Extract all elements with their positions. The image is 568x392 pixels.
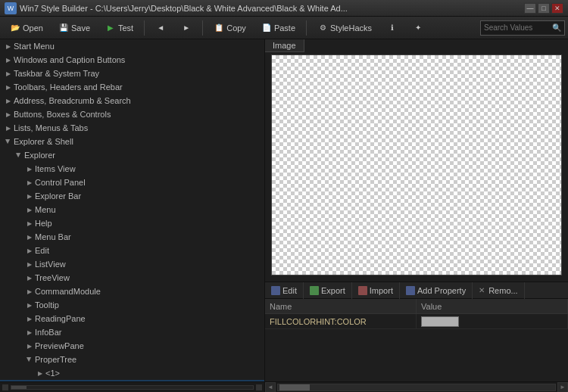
tree-arrow: ▶ bbox=[24, 232, 35, 242]
redo-icon: ► bbox=[181, 23, 192, 33]
bottom-area: Edit Export Import Add Property ✕ Remo..… bbox=[265, 282, 568, 392]
bottom-scrollbar[interactable]: ◄ ► bbox=[265, 381, 568, 392]
tree-arrow: ▶ bbox=[24, 313, 35, 324]
tree-label: Explorer Bar bbox=[35, 191, 81, 201]
tree-item[interactable]: ▶Taskbar & System Tray bbox=[0, 67, 264, 80]
tab-add-property[interactable]: Add Property bbox=[400, 282, 473, 299]
close-button[interactable]: ✕ bbox=[551, 3, 563, 14]
tree-label: Control Panel bbox=[35, 178, 86, 187]
right-panel: Image Edit Export Import bbox=[265, 39, 568, 392]
stylehacks-button[interactable]: ⚙ StyleHacks bbox=[311, 20, 379, 36]
header-value: Value bbox=[417, 299, 568, 313]
tree-label: TreeView bbox=[35, 273, 70, 282]
tree-arrow: ▶ bbox=[24, 245, 35, 256]
copy-button[interactable]: 📋 Copy bbox=[207, 20, 253, 36]
tree-label: Taskbar & System Tray bbox=[14, 69, 99, 78]
separator-2 bbox=[202, 20, 203, 36]
prop-value-1 bbox=[417, 314, 568, 328]
color-swatch-1[interactable] bbox=[421, 316, 459, 327]
tree-item[interactable]: ▶CommandModule bbox=[0, 285, 264, 298]
title-bar-text: Win7 Style Builder - C:\Users\Jerry\Desk… bbox=[20, 4, 524, 13]
tree-label: Lists, Menus & Tabs bbox=[14, 123, 88, 132]
paste-button[interactable]: 📄 Paste bbox=[254, 20, 302, 36]
h-scrollbar-thumb[interactable] bbox=[279, 384, 310, 390]
tree-arrow: ▶ bbox=[3, 136, 14, 147]
tree-arrow: ▶ bbox=[3, 68, 14, 79]
tree-arrow: ▶ bbox=[3, 109, 14, 120]
tree-label: Edit bbox=[35, 246, 49, 255]
tree-arrow: ▶ bbox=[24, 259, 35, 269]
remove-tab-icon: ✕ bbox=[479, 286, 485, 294]
tree-label: PreviewPane bbox=[35, 341, 84, 350]
tree-item[interactable]: ▶TreeView bbox=[0, 271, 264, 285]
search-input[interactable] bbox=[484, 23, 552, 32]
info-button[interactable]: ℹ bbox=[380, 20, 404, 36]
tree-item[interactable]: ▶Tooltip bbox=[0, 298, 264, 312]
tree-item[interactable]: ▶Buttons, Boxes & Controls bbox=[0, 107, 264, 121]
separator-3 bbox=[306, 20, 307, 36]
tree-label: ListView bbox=[35, 260, 66, 269]
maximize-button[interactable]: □ bbox=[538, 3, 550, 14]
tree-label: <1> bbox=[45, 369, 60, 378]
tree-item[interactable]: ▶Toolbars, Headers and Rebar bbox=[0, 80, 264, 94]
search-button[interactable]: 🔍 bbox=[552, 23, 561, 32]
test-button[interactable]: ▶ Test bbox=[98, 20, 140, 36]
tree-arrow: ▶ bbox=[3, 54, 14, 65]
tab-edit[interactable]: Edit bbox=[265, 282, 304, 299]
tree-arrow: ▶ bbox=[24, 327, 35, 338]
tree-label: Menu Bar bbox=[35, 232, 71, 241]
tree-item[interactable]: ▶ListView bbox=[0, 257, 264, 271]
save-button[interactable]: 💾 Save bbox=[51, 20, 97, 36]
tree-item[interactable]: ▶ProperTree bbox=[0, 353, 264, 366]
image-tab[interactable]: Image bbox=[265, 39, 304, 52]
tree-item[interactable]: ▶<1> bbox=[0, 366, 264, 380]
h-scrollbar-track[interactable] bbox=[277, 384, 556, 391]
tree-arrow: ▶ bbox=[24, 218, 35, 229]
scroll-right-button[interactable]: ► bbox=[557, 382, 568, 393]
tree-item[interactable]: ▶Explorer Bar bbox=[0, 189, 264, 203]
tree-label: Menu bbox=[35, 205, 56, 214]
tree-item[interactable]: ▶Edit bbox=[0, 244, 264, 257]
app-icon: W bbox=[5, 2, 17, 14]
tree-arrow: ▶ bbox=[24, 272, 35, 283]
tab-import[interactable]: Import bbox=[352, 282, 400, 299]
tree-item[interactable]: ▶Windows and Caption Buttons bbox=[0, 53, 264, 67]
save-icon: 💾 bbox=[58, 23, 69, 33]
minimize-button[interactable]: — bbox=[524, 3, 536, 14]
bottom-tabs: Edit Export Import Add Property ✕ Remo..… bbox=[265, 282, 568, 299]
tree-item[interactable]: ▶Menu Bar bbox=[0, 230, 264, 244]
tree-item[interactable]: ▶Items View bbox=[0, 162, 264, 176]
tree-item[interactable]: ▶InfoBar bbox=[0, 325, 264, 339]
undo-button[interactable]: ◄ bbox=[148, 20, 173, 36]
separator-1 bbox=[144, 20, 145, 36]
open-button[interactable]: 📂 Open bbox=[3, 20, 50, 36]
tree-label: Windows and Caption Buttons bbox=[14, 55, 125, 64]
tree-item[interactable]: ▶Control Panel bbox=[0, 176, 264, 189]
tree-item[interactable]: ▶Help bbox=[0, 216, 264, 230]
image-canvas bbox=[271, 54, 562, 275]
props-row-1[interactable]: FILLCOLORHINT:COLOR bbox=[265, 314, 568, 329]
tree-arrow: ▶ bbox=[3, 95, 14, 106]
tree-container: ▶Start Menu▶Windows and Caption Buttons▶… bbox=[0, 39, 264, 392]
tree-label: Explorer bbox=[24, 151, 55, 160]
tree-item[interactable]: ▶Menu bbox=[0, 203, 264, 216]
tree-item[interactable]: ▶Explorer & Shell bbox=[0, 135, 264, 148]
tab-export[interactable]: Export bbox=[304, 282, 352, 299]
test-icon: ▶ bbox=[105, 23, 116, 33]
tree-label: Items View bbox=[35, 164, 76, 173]
extra-button[interactable]: ✦ bbox=[406, 20, 430, 36]
scroll-left-button[interactable]: ◄ bbox=[265, 382, 276, 393]
tree-item[interactable]: ▶ReadingPane bbox=[0, 312, 264, 325]
tree-item[interactable]: ▶Address, Breadcrumb & Search bbox=[0, 94, 264, 107]
redo-button[interactable]: ► bbox=[174, 20, 198, 36]
tree-item[interactable]: ▶Lists, Menus & Tabs bbox=[0, 121, 264, 135]
tree-item[interactable]: ▶Start Menu bbox=[0, 39, 264, 53]
tree-label: CommandModule bbox=[35, 287, 101, 296]
tree-label: Start Menu bbox=[14, 42, 55, 51]
tab-remove[interactable]: ✕ Remo... bbox=[473, 282, 525, 299]
tree-item[interactable]: ▶Explorer bbox=[0, 148, 264, 162]
tree-item[interactable]: ▶PreviewPane bbox=[0, 339, 264, 353]
copy-icon: 📋 bbox=[214, 23, 224, 33]
title-bar: W Win7 Style Builder - C:\Users\Jerry\De… bbox=[0, 0, 568, 17]
tree-arrow: ▶ bbox=[24, 354, 35, 365]
